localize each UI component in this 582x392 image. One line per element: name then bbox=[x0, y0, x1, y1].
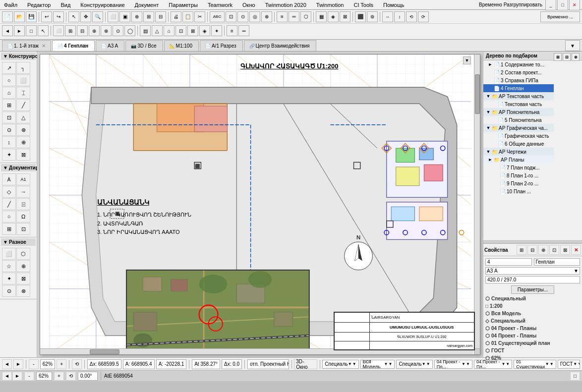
tb-btn-25[interactable]: ↔ bbox=[382, 11, 393, 22]
props-btn-5[interactable]: ⊠ bbox=[560, 245, 570, 255]
props-close-btn[interactable]: ✕ bbox=[571, 245, 581, 255]
status-zoom-out[interactable]: - bbox=[24, 372, 34, 381]
tree-item-12[interactable]: ▼ 📁 АР Чертежи bbox=[483, 148, 554, 156]
tb-btn-24[interactable]: ⊚ bbox=[367, 11, 378, 22]
tb2-btn-14[interactable]: ✦ bbox=[211, 25, 222, 36]
tool-misc-1[interactable]: ⬜ bbox=[2, 248, 16, 260]
views-dropdown[interactable]: ▼ bbox=[565, 40, 580, 51]
new-btn[interactable]: 📄 bbox=[2, 11, 13, 22]
tb-btn-4[interactable]: ⬜ bbox=[108, 11, 118, 22]
cursor-btn[interactable]: ↖ bbox=[38, 25, 49, 36]
canvas-options-btn[interactable]: ▼ bbox=[463, 56, 471, 64]
menu-window[interactable]: Окно bbox=[240, 2, 257, 8]
tb2-btn-3[interactable]: ⊟ bbox=[77, 25, 88, 36]
tool-text-a[interactable]: A bbox=[2, 173, 16, 185]
tree-item-10[interactable]: 📄 Графическая часть bbox=[483, 132, 554, 140]
tb-btn-19[interactable]: ⬡ bbox=[300, 11, 311, 22]
tab-vzaim[interactable]: 🔗 Центр Взаимодействия bbox=[244, 40, 316, 51]
tb-btn-8[interactable]: ⊟ bbox=[155, 11, 166, 22]
tb-btn-6[interactable]: ⊕ bbox=[131, 11, 142, 22]
select-btn[interactable]: ↖ bbox=[68, 11, 79, 22]
tb2-btn-10[interactable]: ⌂ bbox=[164, 25, 175, 36]
tree-item-4-genplan[interactable]: 📄 4 Генплан bbox=[483, 84, 554, 92]
menu-view[interactable]: Вид bbox=[58, 2, 72, 8]
close-btn[interactable]: ✕ bbox=[569, 0, 580, 10]
view-3d-btn[interactable]: 3D-Окно bbox=[294, 359, 317, 369]
tree-scroll[interactable]: ► 📄 1 Содержание то... 📄 2 Состав проект… bbox=[483, 60, 554, 238]
prop-size-select[interactable]: А3 А ▼ bbox=[485, 267, 580, 275]
tool-misc-6[interactable]: ⊠ bbox=[16, 273, 30, 284]
tool-rect[interactable]: ⬜ bbox=[16, 74, 30, 86]
document-title[interactable]: ▼Документиро... bbox=[1, 164, 36, 171]
tb2-btn-9[interactable]: △ bbox=[152, 25, 163, 36]
dropdown-special2[interactable]: Специальный▼ bbox=[396, 360, 432, 369]
props-btn-3[interactable]: ⊕ bbox=[538, 245, 548, 255]
tab-3d[interactable]: 📷 3D / Все bbox=[125, 40, 163, 51]
tool-star[interactable]: ✦ bbox=[2, 149, 16, 161]
tb-right-1[interactable]: Временно ... bbox=[540, 11, 580, 22]
status-3d-btn[interactable]: □ bbox=[570, 372, 580, 381]
tree-item-16[interactable]: 📄 9 План 2-го ... bbox=[483, 179, 554, 187]
tab-a3a[interactable]: 📄 A3 A bbox=[96, 40, 124, 51]
tool-tri[interactable]: △ bbox=[16, 112, 30, 123]
prop-num-input[interactable]: 4 bbox=[485, 258, 532, 266]
params-btn[interactable]: Параметры... bbox=[511, 285, 555, 294]
minimize-btn[interactable]: _ bbox=[545, 0, 556, 10]
prop-name-input[interactable]: Генплан bbox=[534, 258, 581, 266]
status-refresh[interactable]: ⟲ bbox=[66, 372, 76, 381]
tool-arrow[interactable]: ↗ bbox=[2, 62, 16, 74]
tree-item-14[interactable]: 📄 7 План подж... bbox=[483, 164, 554, 171]
tool-circle[interactable]: ○ bbox=[2, 74, 16, 86]
tool-updown[interactable]: ↕ bbox=[2, 136, 16, 148]
tree-item-15[interactable]: 📄 8 План 1-го ... bbox=[483, 171, 554, 179]
tb-btn-26[interactable]: ↕ bbox=[394, 11, 405, 22]
tb2-btn-1[interactable]: ⬜ bbox=[53, 25, 64, 36]
tool-misc-7[interactable]: ⊙ bbox=[2, 285, 16, 297]
tb-btn-20[interactable]: ▦ bbox=[316, 11, 327, 22]
nav-back[interactable]: ◄ bbox=[2, 25, 13, 36]
tree-btn-1[interactable]: ⊞ bbox=[554, 53, 562, 61]
menu-twin[interactable]: Twinmotion bbox=[314, 2, 346, 8]
tb-btn-9[interactable]: 🖨 bbox=[171, 11, 181, 22]
tool-misc-3[interactable]: ☆ bbox=[2, 260, 16, 272]
tb-btn-23[interactable]: ⬛ bbox=[355, 11, 366, 22]
vertical-scrollbar[interactable] bbox=[474, 55, 480, 348]
tb2-btn-2[interactable]: ⊞ bbox=[65, 25, 76, 36]
menu-twin2020[interactable]: Twinmotion 2020 bbox=[263, 2, 308, 8]
tree-btn-3[interactable]: ⊕ bbox=[572, 53, 580, 61]
tb-btn-11[interactable]: ✂ bbox=[194, 11, 205, 22]
menu-teamwork[interactable]: Teamwork bbox=[206, 2, 234, 8]
save-btn[interactable]: 💾 bbox=[26, 11, 37, 22]
bt-zoom-in[interactable]: + bbox=[57, 359, 66, 369]
canvas-area[interactable]: ⬛ bbox=[37, 52, 483, 357]
menu-citools[interactable]: CI Tools bbox=[351, 2, 375, 8]
tool-line[interactable]: ╱ bbox=[16, 99, 30, 111]
construct-title[interactable]: ▼Конструиро... bbox=[1, 53, 36, 60]
misc-title[interactable]: ▼Разное bbox=[1, 238, 36, 246]
tb-btn-10[interactable]: 📋 bbox=[182, 11, 193, 22]
nav-fwd[interactable]: ► bbox=[14, 25, 25, 36]
menu-editor[interactable]: Редактор bbox=[25, 2, 53, 8]
tb-btn-5[interactable]: ▣ bbox=[119, 11, 130, 22]
tree-item-3[interactable]: 📄 3 Справка ГИПа bbox=[483, 76, 554, 84]
tree-item-11[interactable]: 📄 6 Общие данные bbox=[483, 140, 554, 148]
tree-item-7[interactable]: ▼ 📁 АР Пояснительна bbox=[483, 108, 554, 116]
status-next[interactable]: ► bbox=[12, 372, 22, 381]
tree-item-8[interactable]: 📄 5 Пояснительна bbox=[483, 116, 554, 124]
tree-item-17[interactable]: 📄 10 План ... bbox=[483, 187, 554, 195]
tb-btn-17[interactable]: ≡ bbox=[277, 11, 288, 22]
tree-btn-2[interactable]: ⊟ bbox=[563, 53, 571, 61]
maximize-btn[interactable]: □ bbox=[557, 0, 568, 10]
tool-misc-4[interactable]: ⊕ bbox=[16, 260, 30, 272]
tb2-btn-8[interactable]: ▤ bbox=[140, 25, 151, 36]
undo-btn[interactable]: ↩ bbox=[41, 11, 52, 22]
props-btn-2[interactable]: ⊟ bbox=[527, 245, 537, 255]
zoom-btn[interactable]: 🔍 bbox=[92, 11, 103, 22]
bt-zoom-out[interactable]: - bbox=[29, 359, 39, 369]
tb-btn-16[interactable]: ⊗ bbox=[261, 11, 272, 22]
redo-btn[interactable]: ↪ bbox=[53, 11, 64, 22]
tb-btn-15[interactable]: ◎ bbox=[249, 11, 260, 22]
dropdown-01exist[interactable]: 01 Существующе...▼ bbox=[514, 360, 556, 369]
tb2-btn-16[interactable]: ═ bbox=[238, 25, 249, 36]
tb-btn-14[interactable]: ⊙ bbox=[237, 11, 248, 22]
